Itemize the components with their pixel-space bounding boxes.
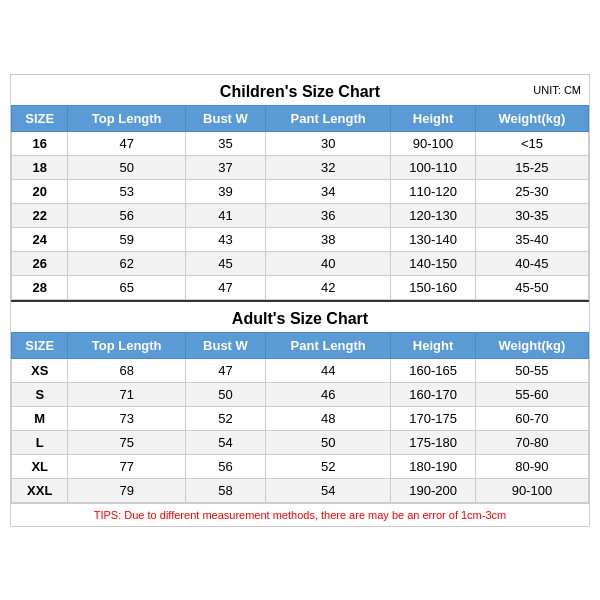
adults-col-bust-w: Bust W: [185, 332, 265, 358]
table-row: 26624540140-15040-45: [12, 251, 589, 275]
children-col-pant-length: Pant Length: [266, 105, 391, 131]
tips-text: TIPS: Due to different measurement metho…: [11, 503, 589, 526]
children-col-top-length: Top Length: [68, 105, 185, 131]
children-title-text: Children's Size Chart: [220, 83, 380, 100]
table-row: 22564136120-13030-35: [12, 203, 589, 227]
children-col-weight: Weight(kg): [475, 105, 588, 131]
table-row: 1647353090-100<15: [12, 131, 589, 155]
size-chart-container: Children's Size Chart UNIT: CM SIZE Top …: [10, 74, 590, 527]
adults-col-pant-length: Pant Length: [266, 332, 391, 358]
table-row: 28654742150-16045-50: [12, 275, 589, 299]
adults-col-top-length: Top Length: [68, 332, 185, 358]
adults-header-row: SIZE Top Length Bust W Pant Length Heigh…: [12, 332, 589, 358]
children-col-height: Height: [391, 105, 476, 131]
children-section-title: Children's Size Chart UNIT: CM: [11, 75, 589, 105]
table-row: XXL795854190-20090-100: [12, 478, 589, 502]
adults-section-title: Adult's Size Chart: [11, 300, 589, 332]
adults-size-table: SIZE Top Length Bust W Pant Length Heigh…: [11, 332, 589, 503]
table-row: S715046160-17055-60: [12, 382, 589, 406]
table-row: XL775652180-19080-90: [12, 454, 589, 478]
adults-col-height: Height: [391, 332, 476, 358]
table-row: M735248170-17560-70: [12, 406, 589, 430]
adults-col-size: SIZE: [12, 332, 68, 358]
adults-title-text: Adult's Size Chart: [232, 310, 368, 327]
children-col-bust-w: Bust W: [185, 105, 265, 131]
table-row: 24594338130-14035-40: [12, 227, 589, 251]
children-header-row: SIZE Top Length Bust W Pant Length Heigh…: [12, 105, 589, 131]
table-row: 20533934110-12025-30: [12, 179, 589, 203]
children-size-table: SIZE Top Length Bust W Pant Length Heigh…: [11, 105, 589, 300]
table-row: L755450175-18070-80: [12, 430, 589, 454]
table-row: XS684744160-16550-55: [12, 358, 589, 382]
adults-col-weight: Weight(kg): [475, 332, 588, 358]
table-row: 18503732100-11015-25: [12, 155, 589, 179]
unit-label: UNIT: CM: [533, 84, 581, 96]
children-col-size: SIZE: [12, 105, 68, 131]
